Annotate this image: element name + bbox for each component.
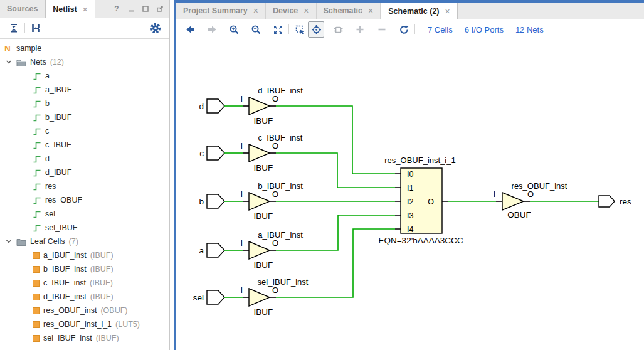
pin-out-label: O — [272, 238, 278, 248]
tree-item-net[interactable]: a_IBUF — [0, 83, 169, 97]
net-name: d — [45, 154, 50, 163]
tree-group-nets[interactable]: Nets (12) — [0, 55, 169, 69]
chevron-down-icon[interactable] — [5, 58, 13, 66]
cells-count-link[interactable]: 7 Cells — [428, 25, 453, 34]
tab-schematic-2[interactable]: Schematic (2) × — [381, 3, 457, 19]
nets-list: a a_IBUF b b_IBUF — [0, 69, 169, 235]
tree-item-net[interactable]: d — [0, 152, 169, 166]
tree-item-net[interactable]: sel — [0, 207, 169, 221]
close-icon[interactable]: × — [83, 5, 88, 14]
tree-item-cell[interactable]: d_IBUF_inst (IBUF) — [0, 290, 169, 304]
port-label: a — [199, 246, 204, 255]
collapse-all-button[interactable] — [6, 20, 22, 36]
remove-button[interactable] — [374, 21, 390, 38]
input-port-shape[interactable] — [207, 194, 224, 208]
cell-type-label: IBUF — [254, 116, 273, 125]
lut-pin-i1: I1 — [407, 184, 413, 193]
lut-pin-i4: I4 — [407, 225, 413, 234]
back-button[interactable] — [182, 21, 198, 38]
lut-pin-i0: I0 — [407, 170, 413, 179]
input-port-shape[interactable] — [207, 243, 224, 257]
toolbar-separator — [349, 24, 349, 34]
net-name: d_IBUF — [45, 168, 71, 177]
tab-schematic[interactable]: Schematic × — [317, 3, 381, 19]
cell-type-label: IBUF — [254, 260, 273, 270]
io-ports-count-link[interactable]: 6 I/O Ports — [465, 25, 504, 34]
tree-item-net[interactable]: d_IBUF — [0, 166, 169, 179]
output-port-shape[interactable] — [599, 196, 615, 207]
obuf-row-res: I O res_OBUF_inst OBUF res — [493, 181, 631, 220]
port-label: d — [199, 102, 204, 111]
tree-item-cell[interactable]: b_IBUF_inst (IBUF) — [0, 262, 169, 276]
tree-item-net[interactable]: res_OBUF — [0, 193, 169, 207]
close-icon[interactable]: × — [368, 6, 373, 15]
tree-item-cell[interactable]: c_IBUF_inst (IBUF) — [0, 276, 169, 290]
input-port-shape[interactable] — [207, 99, 224, 113]
forward-button[interactable] — [204, 21, 220, 38]
net-name: a — [45, 72, 50, 80]
input-port-shape[interactable] — [207, 290, 224, 304]
tab-sources[interactable]: Sources — [0, 0, 45, 18]
tree-item-cell[interactable]: res_OBUF_inst (OBUF) — [0, 304, 169, 317]
instance-label: res_OBUF_inst_i_1 — [384, 156, 455, 165]
chevron-down-icon[interactable] — [5, 238, 13, 245]
tree-item-net[interactable]: sel_IBUF — [0, 221, 169, 235]
tree-item-net[interactable]: c — [0, 124, 169, 138]
settings-button[interactable] — [147, 20, 164, 36]
tree-item-net[interactable]: a — [0, 69, 169, 83]
tree-item-net[interactable]: c_IBUF — [0, 138, 169, 152]
net-name: b — [45, 99, 50, 108]
tab-project-summary[interactable]: Project Summary × — [176, 3, 266, 19]
lut-pin-i3: I3 — [407, 211, 413, 220]
pin-in-label: I — [493, 189, 495, 199]
maximize-icon[interactable] — [142, 5, 149, 13]
add-button[interactable] — [352, 21, 368, 38]
tab-device[interactable]: Device × — [266, 3, 317, 19]
ibuf-symbol[interactable] — [249, 289, 270, 306]
zoom-to-selection-button[interactable] — [292, 21, 308, 38]
ibuf-symbol[interactable] — [249, 97, 270, 115]
zoom-fit-button[interactable] — [270, 21, 286, 38]
tree-item-net[interactable]: b — [0, 97, 169, 110]
net-name: a_IBUF — [45, 85, 71, 94]
toolbar-separator — [267, 24, 267, 34]
autofit-selection-button[interactable] — [308, 21, 324, 38]
tree-item-cell[interactable]: res_OBUF_inst_i_1 (LUT5) — [0, 317, 169, 331]
ibuf-symbol[interactable] — [249, 241, 270, 259]
scroll-to-selected-button[interactable] — [28, 20, 44, 36]
close-icon[interactable]: × — [253, 6, 258, 15]
gear-icon — [150, 23, 161, 34]
float-icon[interactable] — [156, 5, 164, 13]
instance-label: d_IBUF_inst — [258, 86, 303, 95]
right-tabbar: Project Summary × Device × Schematic × S… — [176, 3, 644, 19]
tree-root-sample[interactable]: N sample — [0, 41, 169, 55]
schematic-canvas[interactable]: d I O d_IBUF_inst IBUF c — [176, 40, 644, 350]
obuf-symbol[interactable] — [502, 193, 524, 210]
close-icon[interactable]: × — [445, 7, 450, 16]
zoom-in-button[interactable] — [226, 21, 242, 38]
tree-item-cell[interactable]: a_IBUF_inst (IBUF) — [0, 248, 169, 262]
tree-item-net[interactable]: b_IBUF — [0, 110, 169, 124]
schematic-toolbar: 7 Cells 6 I/O Ports 12 Nets — [176, 19, 644, 40]
nets-count-link[interactable]: 12 Nets — [515, 25, 544, 34]
close-icon[interactable]: × — [304, 6, 309, 15]
tree-item-net[interactable]: res — [0, 179, 169, 193]
left-tabbar: Sources Netlist × ? — [0, 0, 169, 18]
tab-netlist[interactable]: Netlist × — [45, 0, 95, 18]
tree-group-leaf-cells[interactable]: Leaf Cells (7) — [0, 235, 169, 248]
tree-item-cell[interactable]: sel_IBUF_inst (IBUF) — [0, 331, 169, 345]
ibuf-symbol[interactable] — [249, 144, 270, 162]
toolbar-separator — [393, 24, 393, 34]
leaf-cells-list: a_IBUF_inst (IBUF) b_IBUF_inst (IBUF) c_… — [0, 248, 169, 345]
regenerate-button[interactable] — [396, 21, 412, 38]
ibuf-symbol[interactable] — [249, 193, 270, 210]
zoom-out-button[interactable] — [248, 21, 264, 38]
cell-name: res_OBUF_inst_i_1 — [43, 320, 112, 329]
net-icon — [33, 154, 41, 164]
tree-group-count: (12) — [50, 58, 64, 66]
net-icon — [33, 99, 41, 109]
help-icon[interactable]: ? — [113, 5, 120, 13]
input-port-shape[interactable] — [207, 146, 224, 160]
toggle-block-view-button[interactable] — [330, 21, 346, 38]
minimize-icon[interactable] — [127, 5, 135, 13]
